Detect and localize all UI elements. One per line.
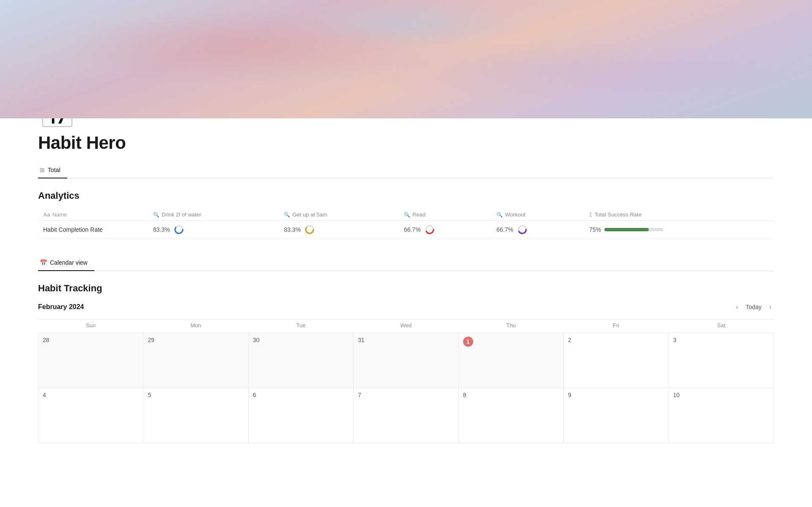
calendar-section-title: Habit Tracking (38, 283, 774, 294)
calendar-day-10-feb[interactable]: 10 (669, 388, 774, 443)
calendar-day-5-feb[interactable]: 5 (143, 388, 248, 443)
day-num: 6 (253, 392, 349, 398)
calendar-grid: Sun Mon Tue Wed Thu Fri Sat 28 29 (38, 319, 774, 443)
search-icon-read: 🔍 (404, 212, 410, 218)
calendar-day-3-feb[interactable]: 3 (669, 333, 774, 388)
calendar-day-31-jan[interactable]: 31 (354, 333, 458, 388)
day-header-sun: Sun (38, 320, 143, 333)
day-num: 2 (568, 337, 664, 343)
calendar-week-2: 4 5 6 7 8 9 (38, 388, 774, 443)
analytics-section: Analytics Aa Name 🔍 Drink 2l of water (38, 190, 774, 239)
day-num: 4 (43, 392, 139, 398)
day-header-fri: Fri (564, 320, 669, 333)
col-header-name: Aa Name (38, 209, 148, 221)
calendar-prev-button[interactable]: ‹ (733, 301, 741, 312)
calendar-view-label: Calendar view (50, 259, 88, 266)
day-num: 9 (568, 392, 664, 398)
tabs-bar: ⊞ Total (38, 163, 774, 178)
calendar-days-header: Sun Mon Tue Wed Thu Fri Sat (38, 320, 774, 333)
row-total: 75% (584, 221, 774, 239)
tab-total-label: Total (48, 167, 60, 173)
day-header-tue: Tue (248, 320, 353, 333)
day-num: 3 (673, 337, 769, 343)
row-workout: 66.7% (491, 221, 584, 239)
getup-pct: 83.3% (284, 226, 301, 233)
day-num: 29 (148, 337, 244, 343)
calendar-header-row: February 2024 ‹ Today › (38, 301, 774, 312)
day-num: 31 (358, 337, 454, 343)
calendar-section: Habit Tracking February 2024 ‹ Today › S… (38, 283, 774, 443)
analytics-title: Analytics (38, 190, 774, 201)
read-donut (424, 224, 435, 235)
calendar-day-6-feb[interactable]: 6 (248, 388, 353, 443)
day-num: 28 (43, 337, 139, 343)
calendar-day-9-feb[interactable]: 9 (564, 388, 669, 443)
analytics-header-row: Aa Name 🔍 Drink 2l of water 🔍 Ge (38, 209, 774, 221)
search-icon-drink: 🔍 (153, 212, 159, 218)
calendar-tabs-bar: 📅 Calendar view (38, 256, 774, 271)
tab-total[interactable]: ⊞ Total (38, 163, 67, 178)
getup-donut (304, 224, 315, 235)
search-icon-getup: 🔍 (284, 212, 290, 218)
col-header-read: 🔍 Read (399, 209, 491, 221)
hero-banner (0, 0, 812, 118)
name-icon: Aa (43, 211, 50, 218)
total-pct: 75% (589, 226, 601, 233)
day-header-wed: Wed (354, 320, 458, 333)
read-pct: 66.7% (404, 226, 421, 233)
today-day-num: 1 (463, 337, 473, 347)
row-read: 66.7% (399, 221, 491, 239)
calendar-day-4-feb[interactable]: 4 (38, 388, 143, 443)
calendar-day-2-feb[interactable]: 2 (564, 333, 669, 388)
calendar-day-8-feb[interactable]: 8 (458, 388, 563, 443)
calendar-nav: ‹ Today › (733, 301, 774, 312)
row-drink: 83.3% (148, 221, 279, 239)
search-icon-workout: 🔍 (497, 212, 503, 218)
workout-donut (517, 224, 528, 235)
day-header-sat: Sat (669, 320, 774, 333)
row-name: Habit Completion Rate (38, 221, 148, 239)
day-num: 8 (463, 392, 559, 398)
col-header-workout: 🔍 Workout (491, 209, 584, 221)
row-getup: 83.3% (279, 221, 399, 239)
calendar-day-30-jan[interactable]: 30 (248, 333, 353, 388)
calendar-view-icon: 📅 (40, 259, 47, 266)
total-progress-wrap: 75% (589, 226, 769, 233)
calendar-day-1-feb[interactable]: 1 (458, 333, 563, 388)
day-header-thu: Thu (458, 320, 563, 333)
calendar-day-28-jan[interactable]: 28 (38, 333, 143, 388)
drink-donut (173, 224, 184, 235)
table-row: Habit Completion Rate 83.3% (38, 221, 774, 239)
calendar-next-button[interactable]: › (767, 301, 774, 312)
calendar-today-button[interactable]: Today (746, 304, 761, 310)
page-content: 📅 Habit Hero ⊞ Total Analytics Aa Name (0, 97, 812, 469)
sigma-icon: Σ (589, 212, 592, 218)
tab-total-icon: ⊞ (40, 167, 45, 173)
col-header-drink: 🔍 Drink 2l of water (148, 209, 279, 221)
col-header-total: Σ Total Success Rate (584, 209, 774, 221)
progress-bar-track (604, 228, 664, 231)
day-num: 30 (253, 337, 349, 343)
calendar-day-7-feb[interactable]: 7 (354, 388, 458, 443)
day-header-mon: Mon (143, 320, 248, 333)
drink-pct: 83.3% (153, 226, 170, 233)
page-title: Habit Hero (38, 133, 774, 153)
calendar-month-label: February 2024 (38, 303, 84, 311)
calendar-week-1: 28 29 30 31 1 2 (38, 333, 774, 388)
tab-calendar-view[interactable]: 📅 Calendar view (38, 256, 94, 271)
day-num: 7 (358, 392, 454, 398)
workout-pct: 66.7% (497, 226, 513, 233)
calendar-day-29-jan[interactable]: 29 (143, 333, 248, 388)
progress-bar-fill (604, 228, 649, 231)
col-header-getup: 🔍 Get up at 5am (279, 209, 399, 221)
day-num: 10 (673, 392, 769, 398)
day-num: 5 (148, 392, 244, 398)
analytics-table: Aa Name 🔍 Drink 2l of water 🔍 Ge (38, 209, 774, 239)
